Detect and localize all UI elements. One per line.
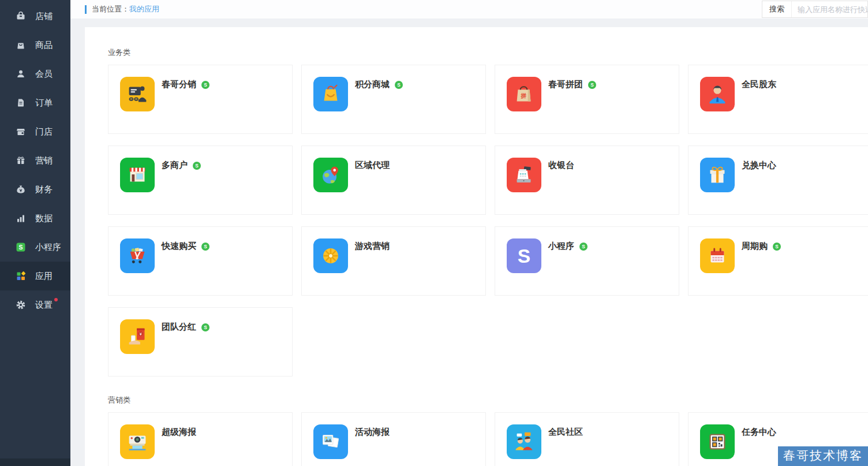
region-agent-icon bbox=[313, 158, 348, 192]
app-title: 积分商城 bbox=[355, 79, 390, 90]
watermark: 春哥技术博客 bbox=[778, 446, 868, 466]
app-grid: 超级海报活动海报全民社区任务中心 bbox=[108, 412, 868, 466]
sidebar-item-shop[interactable]: 门店 bbox=[0, 117, 70, 146]
app-card-cycle-buy[interactable]: 周期购S bbox=[688, 226, 868, 296]
breadcrumb-label: 当前位置： bbox=[92, 4, 129, 14]
distribution-icon bbox=[120, 77, 155, 111]
app-title: 春哥拼团 bbox=[548, 79, 583, 90]
goods-icon bbox=[16, 40, 26, 50]
app-card-groupbuy[interactable]: 拼春哥拼团S bbox=[495, 65, 679, 134]
app-title: 小程序 bbox=[548, 241, 574, 252]
activity-poster-icon bbox=[313, 424, 348, 459]
app-title: 收银台 bbox=[548, 160, 574, 171]
app-card-miniprogram-app[interactable]: S小程序S bbox=[495, 226, 679, 296]
app-card-team-bonus[interactable]: ¥团队分红S bbox=[108, 307, 293, 376]
settings-icon bbox=[16, 300, 26, 310]
sidebar-item-finance[interactable]: 财务 bbox=[0, 175, 70, 204]
app-card-game-marketing[interactable]: 游戏营销 bbox=[301, 226, 486, 296]
sidebar-item-label: 订单 bbox=[35, 98, 53, 109]
miniprogram-badge-icon: S bbox=[579, 243, 588, 251]
app-card-points-mall[interactable]: 积分商城S bbox=[301, 65, 486, 134]
sidebar-item-label: 数据 bbox=[35, 213, 53, 224]
app-card-region-agent[interactable]: 区域代理 bbox=[301, 146, 486, 215]
search-input[interactable] bbox=[792, 5, 867, 14]
sidebar-item-marketing[interactable]: 营销 bbox=[0, 146, 70, 175]
app-card-activity-poster[interactable]: 活动海报 bbox=[301, 412, 486, 466]
app-section: 营销类超级海报活动海报全民社区任务中心 bbox=[108, 395, 868, 466]
app-card-super-poster[interactable]: 超级海报 bbox=[108, 412, 293, 466]
team-bonus-icon: ¥ bbox=[120, 319, 155, 354]
miniprogram-badge-icon: S bbox=[201, 81, 209, 89]
miniprogram-badge-icon: S bbox=[193, 162, 201, 170]
breadcrumb-link-my-apps[interactable]: 我的应用 bbox=[129, 4, 159, 14]
sidebar-item-member[interactable]: 会员 bbox=[0, 59, 70, 88]
sidebar-item-label: 商品 bbox=[35, 40, 53, 51]
app-card-distribution[interactable]: 春哥分销S bbox=[108, 65, 293, 134]
svg-text:¥: ¥ bbox=[140, 332, 142, 337]
app-title: 兑换中心 bbox=[742, 160, 776, 171]
breadcrumb-accent-bar bbox=[85, 5, 87, 14]
miniprogram-icon: S bbox=[16, 242, 26, 252]
app-title: 团队分红 bbox=[162, 322, 196, 333]
app-grid: 春哥分销S积分商城S拼春哥拼团S全民股东多商户S区域代理收银台兑换中心快速购买S… bbox=[108, 65, 868, 388]
apps-panel: 业务类春哥分销S积分商城S拼春哥拼团S全民股东多商户S区域代理收银台兑换中心快速… bbox=[85, 27, 868, 466]
sidebar-item-label: 设置 bbox=[35, 300, 53, 311]
shop-icon bbox=[16, 126, 26, 137]
svg-text:拼: 拼 bbox=[520, 92, 526, 99]
app-title: 周期购 bbox=[742, 241, 768, 252]
sidebar-item-apps[interactable]: 应用 bbox=[0, 262, 70, 290]
sidebar-item-settings[interactable]: 设置 bbox=[0, 290, 70, 319]
game-marketing-icon bbox=[313, 238, 348, 273]
store-icon bbox=[16, 11, 26, 21]
sidebar-item-label: 会员 bbox=[35, 69, 53, 80]
sidebar-item-label: 财务 bbox=[35, 184, 53, 195]
groupbuy-icon: 拼 bbox=[507, 77, 541, 111]
miniprogram-badge-icon: S bbox=[773, 243, 781, 251]
svg-text:S: S bbox=[204, 244, 207, 249]
task-center-icon bbox=[700, 424, 735, 459]
svg-text:S: S bbox=[204, 325, 207, 330]
svg-text:S: S bbox=[518, 245, 530, 267]
search-button[interactable]: 搜索 bbox=[762, 1, 792, 17]
exchange-icon bbox=[700, 158, 735, 192]
app-title: 活动海报 bbox=[355, 427, 390, 438]
app-card-multi-merchant[interactable]: 多商户S bbox=[108, 146, 293, 215]
svg-text:S: S bbox=[204, 82, 207, 88]
app-title: 快速购买 bbox=[162, 241, 196, 252]
sidebar-nav: 店铺商品会员订单门店营销财务数据S小程序应用设置 bbox=[0, 0, 70, 319]
sidebar-item-label: 门店 bbox=[35, 126, 53, 137]
sidebar-footer bbox=[0, 458, 70, 466]
svg-text:S: S bbox=[590, 82, 594, 88]
app-search-box: 搜索 bbox=[762, 1, 868, 18]
sidebar-item-data[interactable]: 数据 bbox=[0, 204, 70, 233]
svg-text:S: S bbox=[18, 244, 23, 251]
app-card-community[interactable]: 全民社区 bbox=[495, 412, 679, 466]
sidebar-item-order[interactable]: 订单 bbox=[0, 88, 70, 117]
app-title: 全民社区 bbox=[548, 427, 583, 438]
section-title: 业务类 bbox=[108, 47, 868, 58]
app-title: 全民股东 bbox=[742, 79, 776, 90]
app-title: 春哥分销 bbox=[162, 79, 196, 90]
super-poster-icon bbox=[120, 424, 155, 459]
community-icon bbox=[507, 424, 541, 459]
app-card-shareholder[interactable]: 全民股东 bbox=[688, 65, 868, 134]
app-card-quick-buy[interactable]: 快速购买S bbox=[108, 226, 293, 296]
miniprogram-badge-icon: S bbox=[395, 81, 403, 89]
sidebar-item-label: 小程序 bbox=[35, 242, 61, 253]
app-card-exchange[interactable]: 兑换中心 bbox=[688, 146, 868, 215]
topbar: 当前位置： 我的应用 搜索 bbox=[70, 0, 868, 18]
sidebar-item-store[interactable]: 店铺 bbox=[0, 2, 70, 31]
miniprogram-app-icon: S bbox=[507, 238, 541, 273]
points-mall-icon bbox=[313, 77, 348, 111]
quick-buy-icon bbox=[120, 238, 155, 273]
app-card-cashier[interactable]: 收银台 bbox=[495, 146, 679, 215]
member-icon bbox=[16, 69, 26, 79]
svg-text:S: S bbox=[582, 244, 585, 249]
sidebar-item-goods[interactable]: 商品 bbox=[0, 31, 70, 59]
sidebar: 店铺商品会员订单门店营销财务数据S小程序应用设置 bbox=[0, 0, 70, 466]
svg-text:S: S bbox=[775, 244, 779, 249]
multi-merchant-icon bbox=[120, 158, 155, 192]
app-title: 超级海报 bbox=[162, 427, 196, 438]
cashier-icon bbox=[507, 158, 541, 192]
sidebar-item-miniprogram[interactable]: S小程序 bbox=[0, 233, 70, 262]
